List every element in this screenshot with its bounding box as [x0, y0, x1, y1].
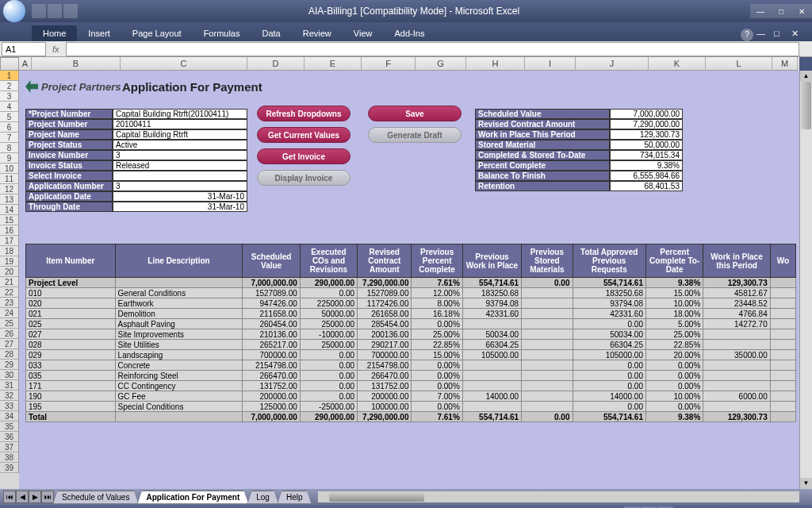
vertical-scrollbar[interactable]: ▲ ▼	[799, 71, 812, 489]
table-cell[interactable]: 029	[26, 350, 116, 360]
table-cell[interactable]	[770, 278, 795, 288]
table-cell[interactable]: 15.00%	[645, 288, 703, 298]
table-cell[interactable]: 23448.52	[703, 298, 770, 309]
table-header[interactable]: Line Description	[115, 244, 243, 278]
table-cell[interactable]: 195	[26, 402, 116, 412]
table-cell[interactable]	[115, 278, 243, 288]
table-row[interactable]: 195Special Conditions125000.00-25000.001…	[26, 402, 796, 412]
table-cell[interactable]: 027	[26, 329, 116, 340]
minimize-button[interactable]: —	[750, 4, 771, 18]
table-cell[interactable]: 22.85%	[645, 340, 703, 350]
save-button[interactable]: Save	[368, 106, 462, 121]
row-header[interactable]: 26	[0, 329, 19, 339]
table-cell[interactable]: 35000.00	[703, 350, 770, 360]
table-cell[interactable]: Total	[26, 412, 116, 422]
column-header[interactable]: M	[772, 57, 798, 71]
sheet-nav-first-icon[interactable]: ⏮	[3, 491, 16, 503]
table-cell[interactable]: -25000.00	[300, 402, 357, 412]
doc-close-button[interactable]: ✕	[791, 29, 806, 40]
table-row[interactable]: 029Landscaping700000.000.00700000.0015.0…	[26, 350, 796, 360]
table-cell[interactable]: 200136.00	[358, 329, 412, 340]
table-cell[interactable]: Concrete	[115, 360, 243, 371]
table-cell[interactable]: 0.00%	[412, 381, 462, 391]
table-cell[interactable]	[522, 340, 573, 350]
table-cell[interactable]	[522, 371, 573, 381]
table-cell[interactable]: 0.00	[300, 371, 357, 381]
table-cell[interactable]: 0.00	[300, 288, 357, 298]
table-cell[interactable]: 42331.60	[462, 309, 521, 319]
table-cell[interactable]: 290217.00	[358, 340, 412, 350]
table-cell[interactable]	[522, 288, 573, 298]
table-row[interactable]: 190GC Fee200000.000.00200000.007.00%1400…	[26, 391, 796, 402]
table-cell[interactable]: 0.00	[522, 278, 573, 288]
table-header[interactable]: Executed COs and Revisions	[300, 244, 357, 278]
table-row[interactable]: Total7,000,000.00290,000.007,290,000.007…	[26, 412, 796, 422]
row-header[interactable]: 9	[0, 153, 19, 164]
table-cell[interactable]: 0.00%	[412, 360, 462, 371]
close-button[interactable]: ✕	[791, 4, 812, 18]
select-all-corner[interactable]	[0, 57, 19, 71]
table-cell[interactable]: 129,300.73	[703, 412, 770, 422]
row-header[interactable]: 36	[0, 432, 19, 442]
table-cell[interactable]: 66304.25	[573, 340, 645, 350]
row-header[interactable]: 31	[0, 380, 19, 391]
table-cell[interactable]: 7.61%	[412, 412, 462, 422]
table-cell[interactable]: 9.38%	[645, 412, 703, 422]
row-header[interactable]: 33	[0, 401, 19, 411]
row-header[interactable]: 11	[0, 174, 19, 184]
form-value[interactable]	[113, 171, 247, 181]
scroll-up-icon[interactable]: ▲	[800, 71, 812, 82]
table-cell[interactable]: 7,000,000.00	[243, 412, 300, 422]
column-header[interactable]: K	[649, 57, 706, 71]
table-cell[interactable]: 1527089.00	[358, 288, 412, 298]
table-cell[interactable]: 266470.00	[243, 371, 300, 381]
table-cell[interactable]: 183250.68	[573, 288, 645, 298]
table-cell[interactable]	[770, 371, 795, 381]
table-cell[interactable]: CC Contingency	[115, 381, 243, 391]
table-cell[interactable]: 131752.00	[243, 381, 300, 391]
table-cell[interactable]: 14000.00	[462, 391, 521, 402]
scroll-down-icon[interactable]: ▼	[800, 478, 812, 489]
table-cell[interactable]: 20.00%	[645, 350, 703, 360]
sheet-nav-last-icon[interactable]: ⏭	[41, 491, 54, 503]
table-cell[interactable]	[522, 319, 573, 329]
row-header[interactable]: 3	[0, 91, 19, 102]
table-cell[interactable]: 105000.00	[462, 350, 521, 360]
table-row[interactable]: Project Level7,000,000.00290,000.007,290…	[26, 278, 796, 288]
table-cell[interactable]: 25000.00	[300, 319, 357, 329]
table-cell[interactable]	[770, 360, 795, 371]
table-cell[interactable]: 290,000.00	[300, 278, 357, 288]
table-cell[interactable]	[115, 412, 243, 422]
table-cell[interactable]: Demolition	[115, 309, 243, 319]
ribbon-tab-add-ins[interactable]: Add-Ins	[383, 25, 435, 41]
table-cell[interactable]: 210136.00	[243, 329, 300, 340]
table-cell[interactable]	[522, 391, 573, 402]
qat-redo-icon[interactable]	[63, 4, 78, 18]
table-cell[interactable]: 93794.08	[573, 298, 645, 309]
form-value[interactable]: 3	[113, 181, 247, 191]
table-cell[interactable]: 0.00%	[412, 402, 462, 412]
table-header[interactable]: Revised Contract Amount	[358, 244, 412, 278]
column-header[interactable]: B	[32, 57, 121, 71]
table-cell[interactable]: 50034.00	[462, 329, 521, 340]
table-cell[interactable]	[462, 402, 521, 412]
ribbon-tab-view[interactable]: View	[343, 25, 384, 41]
table-cell[interactable]: 0.00%	[645, 360, 703, 371]
table-cell[interactable]: 290,000.00	[300, 412, 357, 422]
table-cell[interactable]: 10.00%	[645, 391, 703, 402]
table-cell[interactable]: 4766.84	[703, 309, 770, 319]
table-cell[interactable]: 0.00%	[645, 371, 703, 381]
table-cell[interactable]: 50000.00	[300, 309, 357, 319]
row-header[interactable]: 39	[0, 463, 19, 473]
table-cell[interactable]: 554,714.61	[573, 278, 645, 288]
office-orb-button[interactable]	[3, 0, 25, 22]
row-header[interactable]: 35	[0, 421, 19, 432]
table-cell[interactable]: 12.00%	[412, 288, 462, 298]
sheet-tab-help[interactable]: Help	[278, 491, 312, 504]
table-cell[interactable]: Special Conditions	[115, 402, 243, 412]
row-header[interactable]: 12	[0, 184, 19, 194]
table-cell[interactable]: 42331.60	[573, 309, 645, 319]
table-cell[interactable]	[703, 340, 770, 350]
table-cell[interactable]	[522, 381, 573, 391]
table-cell[interactable]: 025	[26, 319, 116, 329]
